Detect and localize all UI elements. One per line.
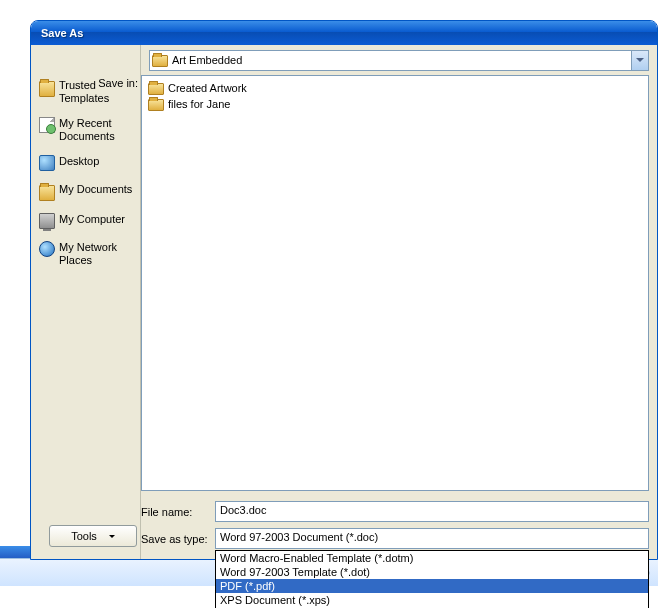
folder-icon [152,55,168,67]
dialog-titlebar: Save As [31,21,657,45]
chevron-down-icon[interactable] [631,51,648,70]
recent-documents-icon [39,117,55,133]
folder-icon [148,83,164,95]
file-item[interactable]: Created Artwork [146,80,644,96]
sidebar-item-label: Desktop [59,155,99,168]
sidebar-item-desktop[interactable]: Desktop [31,151,140,179]
sidebar-item-my-documents[interactable]: My Documents [31,179,140,209]
save-type-option[interactable]: Word 97-2003 Template (*.dot) [216,565,648,579]
save-type-value: Word 97-2003 Document (*.doc) [220,531,378,543]
sidebar-item-recent-documents[interactable]: My Recent Documents [31,113,140,151]
save-in-dropdown[interactable]: Art Embedded [149,50,649,71]
file-name-value: Doc3.doc [220,504,266,516]
save-type-dropdown[interactable]: Word 97-2003 Document (*.doc) [215,528,649,549]
save-in-value: Art Embedded [172,54,242,66]
places-sidebar: Trusted Templates My Recent Documents De… [31,45,141,559]
desktop-icon [39,155,55,171]
computer-icon [39,213,55,229]
folder-icon [39,185,55,201]
sidebar-item-label: My Network Places [59,241,134,267]
save-type-option[interactable]: Word Macro-Enabled Template (*.dotm) [216,551,648,565]
bottom-fields: File name: Doc3.doc Save as type: Word 9… [141,497,657,559]
file-list[interactable]: Created Artwork files for Jane [141,75,649,491]
file-name-row: File name: Doc3.doc [141,501,649,522]
save-type-option[interactable]: PDF (*.pdf) [216,579,648,593]
file-name-label: File name: [141,506,209,518]
sidebar-item-label: My Computer [59,213,125,226]
save-type-row: Save as type: Word 97-2003 Document (*.d… [141,528,649,549]
tools-label: Tools [71,530,97,542]
sidebar-item-label: My Recent Documents [59,117,134,143]
save-in-bar: Art Embedded [141,45,657,75]
sidebar-item-network-places[interactable]: My Network Places [31,237,140,275]
dialog-main: Art Embedded Created Artwork files for J… [141,45,657,559]
folder-icon [39,81,55,97]
tools-button[interactable]: Tools [49,525,137,547]
save-type-label: Save as type: [141,533,209,545]
save-type-option[interactable]: XPS Document (*.xps) [216,593,648,607]
save-type-options-list: Word Macro-Enabled Template (*.dotm) Wor… [215,550,649,608]
network-icon [39,241,55,257]
folder-icon [148,99,164,111]
dialog-title: Save As [41,27,83,39]
dialog-body: Save in: Trusted Templates My Recent Doc… [31,45,657,559]
sidebar-item-label: My Documents [59,183,132,196]
sidebar-item-my-computer[interactable]: My Computer [31,209,140,237]
save-as-dialog: Save As Save in: Trusted Templates My Re… [30,20,658,560]
file-name: Created Artwork [168,82,247,94]
file-item[interactable]: files for Jane [146,96,644,112]
save-in-label: Save in: [43,77,138,89]
file-name: files for Jane [168,98,230,110]
file-name-input[interactable]: Doc3.doc [215,501,649,522]
